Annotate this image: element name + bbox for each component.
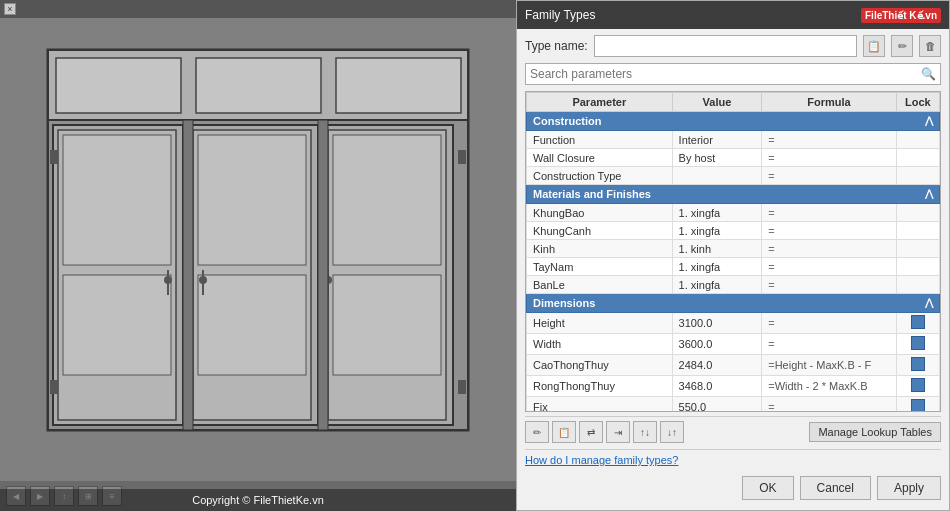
apply-button[interactable]: Apply [877, 476, 941, 500]
param-khungbao-formula: = [762, 204, 896, 222]
param-banle-value[interactable]: 1. xingfa [672, 276, 762, 294]
svg-rect-10 [63, 275, 171, 375]
cad-drawing [0, 18, 516, 481]
param-rongthongthuy-value[interactable]: 3468.0 [672, 376, 762, 397]
param-khungcanh-lock [896, 222, 939, 240]
col-header-lock: Lock [896, 93, 939, 112]
search-icon[interactable]: 🔍 [920, 66, 936, 82]
param-constructiontype-formula: = [762, 167, 896, 185]
param-khungbao-value[interactable]: 1. xingfa [672, 204, 762, 222]
param-constructiontype-value[interactable] [672, 167, 762, 185]
toolbar-sort-desc-btn[interactable]: ↓↑ [660, 421, 684, 443]
family-types-dialog: Family Types FileThiết Kế.vn Type name: … [516, 0, 950, 511]
table-header: Parameter Value Formula Lock [527, 93, 940, 112]
toolbar-pencil-btn[interactable]: ✏ [525, 421, 549, 443]
svg-rect-9 [63, 135, 171, 265]
param-fix-value[interactable]: 550.0 [672, 397, 762, 413]
section-dimensions: Dimensions ⋀ [527, 294, 940, 313]
param-kinh-value[interactable]: 1. kinh [672, 240, 762, 258]
table-row: RongThongThuy 3468.0 =Width - 2 * MaxK.B [527, 376, 940, 397]
param-khungcanh-value[interactable]: 1. xingfa [672, 222, 762, 240]
fix-lock-checkbox[interactable] [911, 399, 925, 412]
param-banle-lock [896, 276, 939, 294]
svg-rect-21 [333, 135, 441, 265]
dialog-header: Family Types FileThiết Kế.vn [517, 1, 949, 29]
type-name-label: Type name: [525, 39, 588, 53]
svg-rect-16 [198, 275, 306, 375]
svg-rect-28 [50, 380, 58, 394]
rong-lock-checkbox[interactable] [911, 378, 925, 392]
param-rongthongthuy-lock [896, 376, 939, 397]
param-taynam-formula: = [762, 258, 896, 276]
svg-rect-25 [183, 120, 193, 430]
param-caothongthuy-value[interactable]: 2484.0 [672, 355, 762, 376]
search-input[interactable] [530, 67, 920, 81]
svg-rect-5 [336, 58, 461, 113]
param-height-value[interactable]: 3100.0 [672, 313, 762, 334]
table-row: Wall Closure By host = [527, 149, 940, 167]
cad-title-bar: × [0, 0, 516, 18]
param-khungcanh-name: KhungCanh [527, 222, 673, 240]
table-row: Height 3100.0 = [527, 313, 940, 334]
dialog-body: Type name: 📋 ✏ 🗑 🔍 Parameter Value Formu… [517, 29, 949, 510]
dialog-title: Family Types [525, 8, 595, 22]
table-row: CaoThongThuy 2484.0 =Height - MaxK.B - F [527, 355, 940, 376]
param-height-name: Height [527, 313, 673, 334]
section-materials: Materials and Finishes ⋀ [527, 185, 940, 204]
cad-area: × [0, 0, 516, 511]
toolbar-copy-btn[interactable]: 📋 [552, 421, 576, 443]
param-rongthongthuy-formula: =Width - 2 * MaxK.B [762, 376, 896, 397]
type-name-copy-btn[interactable]: 📋 [863, 35, 885, 57]
type-name-rename-btn[interactable]: ✏ [891, 35, 913, 57]
param-function-lock [896, 131, 939, 149]
table-row: BanLe 1. xingfa = [527, 276, 940, 294]
svg-rect-22 [333, 275, 441, 375]
svg-rect-30 [458, 380, 466, 394]
help-link[interactable]: How do I manage family types? [525, 454, 678, 466]
param-khungbao-lock [896, 204, 939, 222]
param-width-value[interactable]: 3600.0 [672, 334, 762, 355]
param-fix-lock [896, 397, 939, 413]
param-function-formula: = [762, 131, 896, 149]
svg-rect-3 [56, 58, 181, 113]
door-drawing [28, 35, 488, 465]
param-wallclosure-lock [896, 149, 939, 167]
copyright-bar: Copyright © FileThietKe.vn [0, 489, 516, 511]
param-function-value[interactable]: Interior [672, 131, 762, 149]
param-taynam-value[interactable]: 1. xingfa [672, 258, 762, 276]
width-lock-checkbox[interactable] [911, 336, 925, 350]
param-height-lock [896, 313, 939, 334]
param-kinh-lock [896, 240, 939, 258]
param-taynam-name: TayNam [527, 258, 673, 276]
svg-rect-27 [50, 150, 58, 164]
close-button[interactable]: × [4, 3, 16, 15]
table-row: Fix 550.0 = [527, 397, 940, 413]
table-row: TayNam 1. xingfa = [527, 258, 940, 276]
table-row: Kinh 1. kinh = [527, 240, 940, 258]
height-lock-checkbox[interactable] [911, 315, 925, 329]
manage-lookup-button[interactable]: Manage Lookup Tables [809, 422, 941, 442]
param-wallclosure-name: Wall Closure [527, 149, 673, 167]
type-name-input[interactable] [594, 35, 857, 57]
brand-logo: FileThiết Kế.vn [861, 8, 941, 23]
param-banle-formula: = [762, 276, 896, 294]
param-caothongthuy-name: CaoThongThuy [527, 355, 673, 376]
svg-rect-4 [196, 58, 321, 113]
cancel-button[interactable]: Cancel [800, 476, 871, 500]
param-constructiontype-lock [896, 167, 939, 185]
cao-lock-checkbox[interactable] [911, 357, 925, 371]
param-khungbao-name: KhungBao [527, 204, 673, 222]
toolbar-arrows-btn[interactable]: ⇄ [579, 421, 603, 443]
toolbar-indent-btn[interactable]: ⇥ [606, 421, 630, 443]
ok-button[interactable]: OK [742, 476, 793, 500]
param-width-name: Width [527, 334, 673, 355]
type-name-delete-btn[interactable]: 🗑 [919, 35, 941, 57]
action-buttons: OK Cancel Apply [525, 470, 941, 504]
param-height-formula: = [762, 313, 896, 334]
param-width-formula: = [762, 334, 896, 355]
param-wallclosure-value[interactable]: By host [672, 149, 762, 167]
svg-rect-29 [458, 150, 466, 164]
table-row: KhungBao 1. xingfa = [527, 204, 940, 222]
table-row: KhungCanh 1. xingfa = [527, 222, 940, 240]
toolbar-sort-asc-btn[interactable]: ↑↓ [633, 421, 657, 443]
